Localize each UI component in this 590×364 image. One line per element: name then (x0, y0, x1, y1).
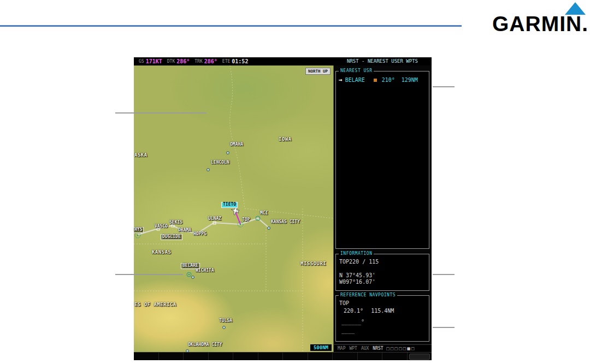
waypoint-label-mci: MCI (260, 211, 268, 216)
nearest-usr-box: NEAREST USR → BELARE 210° 129NM (335, 71, 429, 249)
gs-label: GS (139, 59, 144, 64)
active-leg (235, 212, 240, 224)
moving-map[interactable]: IOWA KANSAS MISSOURI ASKA ES OF AMERICA … (134, 65, 333, 352)
page-group-map[interactable]: MAP (338, 346, 345, 351)
waypoint-label-tieto-selected[interactable]: TIETO (221, 202, 238, 208)
softkey-1[interactable] (134, 353, 159, 360)
city-label-kansas-city: KANSAS CITY (271, 220, 300, 224)
city-label-omaha: OMAHA (230, 142, 243, 147)
dtk-label: DTK (167, 59, 175, 64)
callout-line-reference (433, 327, 455, 328)
softkey-7[interactable] (283, 353, 308, 360)
softkey-8[interactable] (308, 353, 333, 360)
city-label-lincoln: LINCOLN (211, 160, 229, 165)
state-label-usa-cut: ES OF AMERICA (134, 302, 176, 307)
softkey-10[interactable] (358, 353, 383, 360)
trk-label: TRK (194, 59, 202, 64)
softkey-2[interactable] (159, 353, 184, 360)
waypoint-label-belare: BELARE (181, 263, 200, 269)
garmin-logo-text: GARMIN. (492, 12, 588, 36)
mfd-screenshot: GS 171KT DTK 286° TRK 286° ETE 01:52 NRS… (134, 57, 432, 360)
reference-navpoints-box: REFERENCE NAVPOINTS TOP 220.1°115.4NM __… (335, 295, 429, 342)
nearest-entry-bearing: 210° (382, 77, 395, 83)
waypoint-latitude: N 37°45.93' (339, 272, 429, 278)
state-borders (134, 65, 333, 352)
city-label-oklahoma-city: OKLAHOMA CITY (188, 343, 222, 347)
waypoint-comment: TOP220 / 115 (339, 259, 429, 265)
information-title: INFORMATION (339, 251, 374, 256)
softkey-9[interactable] (333, 353, 358, 360)
reference-wpt2-bearing-placeholder: ______° (341, 319, 429, 325)
softkey-6[interactable] (258, 353, 284, 360)
information-box: INFORMATION TOP220 / 115 N 37°45.93' W09… (335, 254, 429, 291)
nav-status-bar: GS 171KT DTK 286° TRK 286° ETE 01:52 NRS… (134, 57, 432, 65)
selection-arrow-icon: → (339, 76, 343, 83)
page-title: NRST - NEAREST USER WPTS (333, 57, 432, 65)
page-group-aux[interactable]: AUX (361, 346, 369, 351)
map-orientation-badge: NORTH UP (305, 68, 331, 75)
state-label-iowa: IOWA (279, 137, 292, 142)
softkey-11[interactable] (382, 353, 408, 360)
gs-value: 171KT (146, 58, 162, 64)
map-range-badge: 500NM (310, 344, 332, 351)
waypoint-label-drama: DRAMA (178, 228, 191, 232)
user-waypoint-icon (374, 79, 377, 82)
city-label-wichita: WICHITA (196, 268, 214, 273)
page-group-nrst-active[interactable]: NRST (373, 346, 383, 351)
softkey-12[interactable] (408, 353, 432, 360)
nearest-entry-name: BELARE (345, 77, 374, 83)
waypoint-label-duglide: DUGLIDE (161, 234, 182, 240)
softkey-bar (134, 352, 432, 360)
reference-wpt1-brg-dist: 220.1°115.4NM (344, 308, 429, 314)
callout-line-nearest-entry (433, 86, 455, 87)
softkey-4[interactable] (209, 353, 234, 360)
callout-line-belare (115, 274, 183, 275)
reference-wpt1-bearing: 220.1° (344, 308, 363, 314)
reference-wpt2-distance-placeholder: ____ (341, 327, 429, 333)
page-group-bar: MAP WPT AUX NRST □□□□□■□ (333, 344, 432, 352)
callout-line-map (115, 112, 206, 114)
header-rule (0, 25, 462, 27)
waypoint-label-sekis: SEKIS (169, 220, 182, 225)
reference-wpt1-name: TOP (339, 300, 429, 306)
waypoint-longitude: W097°16.07' (339, 279, 429, 285)
nearest-data-panel: NEAREST USR → BELARE 210° 129NM INFORMAT… (333, 65, 432, 344)
nearest-usr-title: NEAREST USR (339, 68, 374, 73)
ete-label: ETE (222, 59, 230, 64)
state-label-nebraska-cut: ASKA (134, 153, 148, 158)
waypoint-label-hys: HYS (134, 227, 144, 233)
nearest-usr-entry[interactable]: → BELARE 210° 129NM (336, 76, 429, 83)
page: GARMIN. GS 171KT DTK 286° TRK 286° ETE 0… (0, 0, 590, 364)
softkey-dim-chip (409, 354, 430, 360)
softkey-3[interactable] (184, 353, 209, 360)
waypoint-label-vasco: VASCO (155, 224, 168, 229)
trk-value: 286° (204, 58, 217, 64)
state-label-missouri: MISSOURI (300, 261, 326, 266)
waypoint-label-hoppg: HOPPG (193, 232, 206, 236)
ete-value: 01:52 (232, 58, 248, 64)
city-label-tulsa: TULSA (219, 319, 232, 323)
softkey-5[interactable] (233, 353, 258, 360)
waypoint-label-top: TOP (242, 218, 250, 222)
reference-navpoints-title: REFERENCE NAVPOINTS (339, 293, 397, 297)
waypoint-label-ulnaz: ULNAZ (208, 217, 221, 221)
state-label-kansas: KANSAS (152, 250, 172, 255)
reference-wpt1-distance: 115.4NM (371, 308, 394, 314)
page-indicator-boxes: □□□□□■□ (386, 347, 415, 351)
page-group-wpt[interactable]: WPT (349, 346, 357, 351)
dtk-value: 286° (176, 58, 190, 64)
callout-line-information (433, 274, 455, 275)
map-overlay (134, 65, 333, 352)
nearest-entry-distance: 129NM (402, 77, 418, 83)
